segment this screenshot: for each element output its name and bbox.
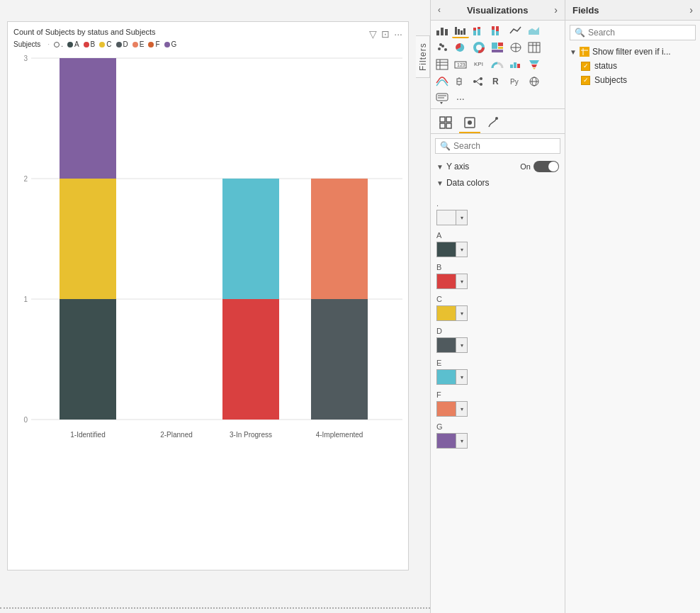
fields-search-input[interactable]	[588, 28, 691, 38]
legend-item-dot: .	[54, 40, 63, 48]
color-swatch-e	[436, 369, 456, 385]
svg-rect-84	[446, 117, 451, 122]
color-swatch-g	[436, 433, 456, 449]
tab-fields[interactable]	[435, 113, 456, 133]
expand-icon[interactable]: ⊡	[381, 28, 390, 40]
svg-rect-41	[492, 43, 497, 49]
filter-checkbox-subjects[interactable]: ✓	[581, 76, 590, 85]
viz-icon-bar[interactable]	[434, 23, 451, 38]
viz-icon-waterfall[interactable]	[507, 57, 524, 72]
svg-rect-21	[445, 29, 448, 35]
svg-rect-85	[440, 123, 445, 128]
viz-icon-matrix[interactable]	[434, 57, 451, 72]
viz-icon-clustered-bar[interactable]	[452, 23, 469, 38]
main-chart-area: Filters Count of Subjects by status and …	[0, 0, 431, 613]
format-tabs	[431, 109, 565, 134]
svg-rect-14	[311, 179, 368, 299]
more-viz-dots[interactable]: ···	[452, 91, 469, 106]
viz-icon-table[interactable]	[526, 40, 543, 55]
color-dropdown-d[interactable]: ▾	[456, 337, 468, 353]
viz-icon-ribbon[interactable]	[434, 74, 451, 89]
tab-format[interactable]	[459, 113, 480, 133]
color-picker-e[interactable]: ▾	[436, 369, 559, 385]
viz-icon-kpi[interactable]: KPI	[470, 57, 487, 72]
color-picker-b[interactable]: ▾	[436, 274, 559, 289]
svg-text:1-Identified: 1-Identified	[70, 431, 105, 439]
filter-section-header[interactable]: ▼ Show filter even if i...	[565, 45, 700, 59]
svg-text:2: 2	[23, 175, 28, 183]
y-axis-toggle-switch[interactable]	[534, 161, 559, 172]
viz-icon-boxplot[interactable]	[452, 74, 469, 89]
viz-icon-treemap[interactable]	[489, 40, 506, 55]
y-axis-chevron: ▼	[436, 163, 444, 171]
color-swatch-f	[436, 401, 456, 417]
color-row-dot: . ▾	[436, 199, 559, 225]
color-picker-d[interactable]: ▾	[436, 337, 559, 353]
viz-icon-r-script[interactable]: R	[489, 74, 506, 89]
tab-analytics[interactable]	[483, 113, 504, 133]
color-dropdown-c[interactable]: ▾	[456, 305, 468, 321]
viz-icon-pie[interactable]	[452, 40, 469, 55]
color-picker-f[interactable]: ▾	[436, 401, 559, 417]
color-picker-g[interactable]: ▾	[436, 433, 559, 449]
fields-panel-expand-arrow[interactable]: ›	[689, 4, 693, 16]
color-picker-c[interactable]: ▾	[436, 305, 559, 321]
svg-line-70	[476, 79, 480, 81]
viz-icons-row-5: ···	[434, 91, 562, 106]
viz-icon-area[interactable]	[526, 23, 543, 38]
svg-rect-90	[581, 48, 588, 55]
viz-icon-100pct-bar[interactable]	[489, 23, 506, 38]
color-picker-dot[interactable]: ▾	[436, 210, 559, 225]
svg-rect-20	[441, 28, 444, 35]
svg-marker-34	[529, 27, 539, 35]
svg-rect-26	[473, 30, 476, 35]
svg-marker-62	[529, 60, 539, 64]
svg-text:1: 1	[23, 296, 28, 303]
y-axis-toggle[interactable]: On	[520, 161, 559, 172]
filters-tab[interactable]: Filters	[416, 35, 430, 78]
viz-icon-decomp-tree[interactable]	[470, 74, 487, 89]
viz-icon-smart-narrative[interactable]	[434, 91, 451, 106]
filter-icon[interactable]: ▽	[369, 28, 377, 40]
color-dropdown-e[interactable]: ▾	[456, 369, 468, 385]
viz-icon-map[interactable]	[507, 40, 524, 55]
filter-section-label: Show filter even if i...	[592, 47, 671, 57]
visualizations-panel-expand-arrow[interactable]: ›	[554, 4, 558, 16]
color-dropdown-f[interactable]: ▾	[456, 401, 468, 417]
chart-title-row: Count of Subjects by status and Subjects…	[13, 28, 402, 40]
svg-rect-27	[473, 28, 476, 30]
y-axis-section-header[interactable]: ▼ Y axis On	[431, 158, 565, 175]
viz-icon-gauge[interactable]	[489, 57, 506, 72]
color-dropdown-b[interactable]: ▾	[456, 274, 468, 289]
filter-items: ✓ status ✓ Subjects	[565, 59, 700, 87]
svg-rect-60	[514, 62, 516, 68]
viz-icon-funnel[interactable]	[526, 57, 543, 72]
color-row-e: E ▾	[436, 359, 559, 385]
viz-icon-line[interactable]	[507, 23, 524, 38]
color-dropdown-g[interactable]: ▾	[456, 433, 468, 449]
color-row-f: F ▾	[436, 390, 559, 417]
viz-icon-card[interactable]: 123	[452, 57, 469, 72]
color-dropdown-dot[interactable]: ▾	[456, 210, 468, 225]
svg-rect-9	[60, 179, 116, 299]
data-colors-section-header[interactable]: ▼ Data colors	[431, 175, 565, 191]
svg-point-69	[473, 80, 476, 83]
svg-rect-43	[498, 47, 503, 49]
legend-item-f: F	[148, 40, 159, 48]
viz-icon-globe[interactable]	[526, 74, 543, 89]
legend-item-c: C	[99, 40, 111, 48]
viz-icon-donut[interactable]	[470, 40, 487, 55]
viz-icon-scatter[interactable]	[434, 40, 451, 55]
filter-item-status: ✓ status	[577, 59, 700, 73]
more-options-icon[interactable]: ···	[394, 28, 402, 40]
filter-checkbox-status[interactable]: ✓	[581, 62, 590, 71]
color-dropdown-a[interactable]: ▾	[456, 242, 468, 257]
viz-search-input[interactable]	[453, 141, 555, 151]
viz-icon-stacked-bar[interactable]	[470, 23, 487, 38]
fields-search-icon: 🔍	[575, 28, 585, 38]
viz-icon-python[interactable]: Py	[507, 74, 524, 89]
visualizations-panel-collapse-arrow[interactable]: ‹	[438, 5, 441, 15]
svg-rect-52	[436, 60, 448, 69]
color-picker-a[interactable]: ▾	[436, 242, 559, 257]
svg-marker-82	[440, 102, 443, 104]
